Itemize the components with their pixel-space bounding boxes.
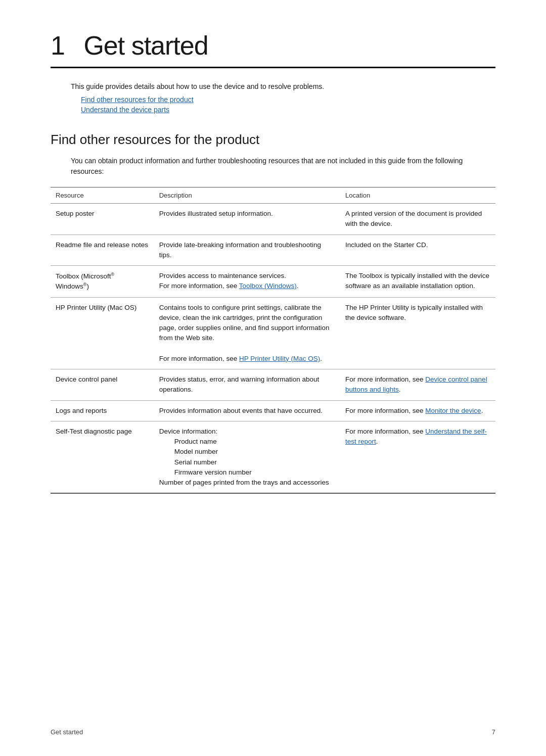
description-text: Provide late-breaking information and tr…	[159, 241, 321, 259]
toc-link-device-parts[interactable]: Understand the device parts	[81, 106, 495, 114]
cell-description: Provide late-breaking information and tr…	[154, 234, 340, 266]
cell-resource: Logs and reports	[51, 400, 154, 421]
footer-page-number: 7	[492, 728, 495, 736]
description-text: Provides access to maintenance services.…	[159, 272, 299, 290]
cell-resource: Toolbox (Microsoft® Windows®)	[51, 266, 154, 298]
cell-description: Device information: Product name Model n…	[154, 421, 340, 493]
table-header-row: Resource Description Location	[51, 187, 495, 204]
cell-location: The HP Printer Utility is typically inst…	[340, 297, 495, 369]
chapter-title-text: Get started	[83, 31, 208, 60]
cell-resource: HP Printer Utility (Mac OS)	[51, 297, 154, 369]
col-header-resource: Resource	[51, 187, 154, 204]
description-text: Device information: Product name Model n…	[159, 428, 335, 486]
cell-resource: Readme file and release notes	[51, 234, 154, 266]
cell-resource: Device control panel	[51, 369, 154, 401]
cell-location: For more information, see Understand the…	[340, 421, 495, 493]
table-row: Self-Test diagnostic page Device informa…	[51, 421, 495, 493]
resource-table: Resource Description Location Setup post…	[51, 187, 495, 494]
hp-printer-utility-link[interactable]: HP Printer Utility (Mac OS)	[239, 355, 320, 362]
resource-label: Setup poster	[56, 210, 95, 217]
location-text: For more information, see Device control…	[345, 375, 487, 393]
description-text: Provides status, error, and warning info…	[159, 375, 320, 393]
table-row: Setup poster Provides illustrated setup …	[51, 204, 495, 235]
cell-description: Contains tools to configure print settin…	[154, 297, 340, 369]
cell-resource: Self-Test diagnostic page	[51, 421, 154, 493]
cell-description: Provides information about events that h…	[154, 400, 340, 421]
intro-paragraph: This guide provides details about how to…	[71, 82, 495, 90]
table-row: Readme file and release notes Provide la…	[51, 234, 495, 266]
page-footer: Get started 7	[51, 728, 495, 736]
chapter-number: 1	[51, 31, 65, 60]
resource-label: Readme file and release notes	[56, 241, 148, 249]
cell-resource: Setup poster	[51, 204, 154, 235]
description-text: Provides illustrated setup information.	[159, 210, 273, 217]
table-row: Toolbox (Microsoft® Windows®) Provides a…	[51, 266, 495, 298]
location-text: A printed version of the document is pro…	[345, 210, 482, 227]
resource-label: HP Printer Utility (Mac OS)	[56, 304, 136, 311]
page: 1 Get started This guide provides detail…	[0, 0, 546, 756]
resource-label: Device control panel	[56, 375, 117, 383]
cell-location: For more information, see Device control…	[340, 369, 495, 401]
location-text: The HP Printer Utility is typically inst…	[345, 304, 483, 321]
device-control-panel-link[interactable]: Device control panel buttons and lights	[345, 375, 487, 393]
cell-location: For more information, see Monitor the de…	[340, 400, 495, 421]
section1-title: Find other resources for the product	[51, 132, 495, 148]
resource-label: Self-Test diagnostic page	[56, 428, 132, 435]
col-header-description: Description	[154, 187, 340, 204]
cell-description: Provides status, error, and warning info…	[154, 369, 340, 401]
location-text: For more information, see Monitor the de…	[345, 407, 483, 414]
self-test-report-link[interactable]: Understand the self-test report	[345, 428, 487, 445]
footer-chapter-label: Get started	[51, 728, 83, 736]
toolbox-windows-link[interactable]: Toolbox (Windows)	[239, 282, 297, 290]
location-text: The Toolbox is typically installed with …	[345, 272, 489, 290]
cell-description: Provides illustrated setup information.	[154, 204, 340, 235]
table-row: HP Printer Utility (Mac OS) Contains too…	[51, 297, 495, 369]
location-text: Included on the Starter CD.	[345, 241, 428, 249]
description-text: Contains tools to configure print settin…	[159, 304, 330, 362]
table-row: Device control panel Provides status, er…	[51, 369, 495, 401]
toc-links: Find other resources for the product Und…	[81, 96, 495, 114]
table-row: Logs and reports Provides information ab…	[51, 400, 495, 421]
chapter-title: 1 Get started	[51, 30, 495, 61]
toc-link-find-resources[interactable]: Find other resources for the product	[81, 96, 495, 104]
cell-location: A printed version of the document is pro…	[340, 204, 495, 235]
cell-location: The Toolbox is typically installed with …	[340, 266, 495, 298]
cell-description: Provides access to maintenance services.…	[154, 266, 340, 298]
description-text: Provides information about events that h…	[159, 407, 323, 414]
chapter-header: 1 Get started	[51, 30, 495, 68]
cell-location: Included on the Starter CD.	[340, 234, 495, 266]
resource-label: Toolbox (Microsoft® Windows®)	[56, 272, 114, 291]
resource-label: Logs and reports	[56, 407, 107, 414]
section1-intro: You can obtain product information and f…	[71, 156, 495, 177]
col-header-location: Location	[340, 187, 495, 204]
monitor-device-link[interactable]: Monitor the device	[425, 407, 481, 414]
location-text: For more information, see Understand the…	[345, 428, 487, 445]
